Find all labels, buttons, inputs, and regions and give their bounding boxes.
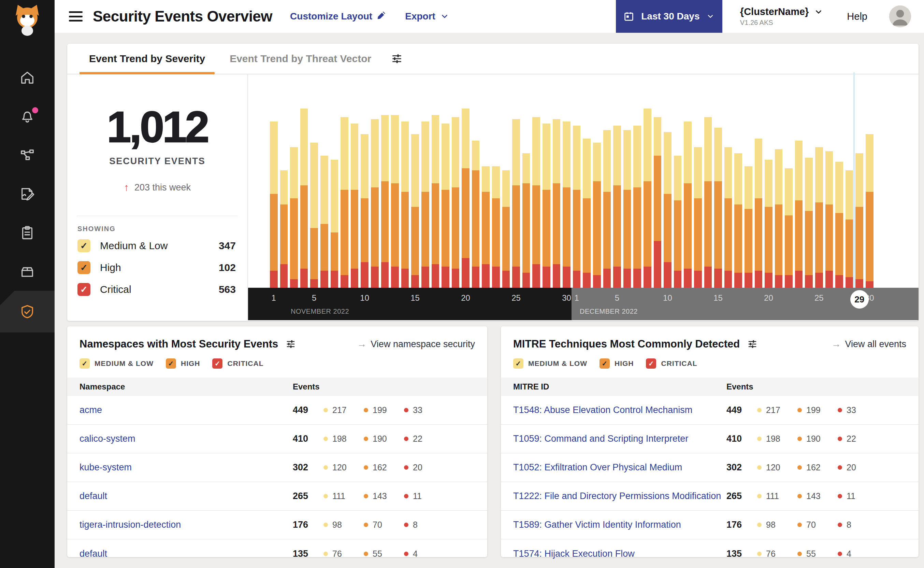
- filter-critical[interactable]: ✓CRITICAL: [646, 358, 697, 369]
- checkbox-medium_low[interactable]: ✓: [80, 358, 90, 369]
- tab-event-trend-by-severity[interactable]: Event Trend by Severity: [77, 44, 217, 74]
- bar-dec-16[interactable]: [724, 147, 732, 288]
- bar-dec-27[interactable]: [835, 162, 843, 288]
- bar-nov-4[interactable]: [300, 109, 308, 288]
- legend-critical[interactable]: ✓Critical563: [67, 278, 247, 301]
- filter-medium_low[interactable]: ✓MEDIUM & LOW: [80, 358, 154, 369]
- bar-dec-24[interactable]: [805, 158, 813, 288]
- bar-dec-2[interactable]: [583, 139, 591, 288]
- bar-dec-18[interactable]: [745, 166, 752, 288]
- bar-dec-21[interactable]: [775, 149, 783, 288]
- customize-layout-button[interactable]: Customize Layout: [290, 11, 387, 22]
- bar-dec-14[interactable]: [704, 117, 712, 288]
- bar-dec-4[interactable]: [603, 130, 611, 288]
- bar-dec-25[interactable]: [815, 147, 823, 288]
- bar-nov-11[interactable]: [371, 119, 379, 288]
- menu-icon[interactable]: [69, 11, 83, 21]
- bar-dec-3[interactable]: [593, 143, 601, 288]
- bar-nov-21[interactable]: [472, 140, 480, 288]
- bar-nov-22[interactable]: [482, 166, 490, 288]
- row-link[interactable]: T1059: Command and Scripting Interpreter: [513, 434, 727, 444]
- row-link[interactable]: T1574: Hijack Execution Flow: [513, 548, 727, 559]
- bar-dec-20[interactable]: [765, 160, 772, 288]
- bar-nov-12[interactable]: [381, 115, 389, 288]
- date-range-button[interactable]: Last 30 Days: [616, 0, 722, 33]
- cluster-selector[interactable]: {ClusterName} V1.26 AKS: [740, 6, 823, 27]
- checkbox-high[interactable]: ✓: [600, 358, 610, 369]
- bar-dec-6[interactable]: [623, 130, 631, 288]
- checkbox-medium_low[interactable]: ✓: [77, 239, 90, 252]
- bar-nov-8[interactable]: [341, 117, 348, 288]
- help-link[interactable]: Help: [847, 11, 867, 22]
- sidebar-item-policies[interactable]: [0, 175, 54, 213]
- bar-nov-5[interactable]: [310, 143, 318, 288]
- calico-logo[interactable]: [11, 3, 44, 36]
- bar-nov-26[interactable]: [522, 153, 530, 288]
- bar-dec-29[interactable]: [855, 153, 863, 288]
- bar-dec-19[interactable]: [755, 139, 763, 288]
- bar-dec-22[interactable]: [785, 168, 793, 288]
- bar-nov-28[interactable]: [543, 124, 550, 288]
- mitre-filter-sliders-icon[interactable]: [747, 339, 758, 349]
- filter-high[interactable]: ✓HIGH: [600, 358, 634, 369]
- chart-filter-sliders-icon[interactable]: [391, 53, 402, 65]
- sidebar-item-service-graph[interactable]: [0, 136, 54, 174]
- bar-nov-19[interactable]: [452, 117, 460, 288]
- bar-nov-25[interactable]: [512, 119, 520, 288]
- row-link[interactable]: calico-system: [80, 434, 293, 444]
- namespaces-filter-sliders-icon[interactable]: [286, 339, 296, 349]
- bar-nov-13[interactable]: [391, 115, 399, 288]
- sidebar-item-workloads[interactable]: [0, 252, 54, 291]
- row-link[interactable]: T1548: Abuse Elevation Control Mechanism: [513, 405, 727, 415]
- row-link[interactable]: T1222: File and Directory Permissions Mo…: [513, 491, 727, 502]
- checkbox-critical[interactable]: ✓: [77, 283, 90, 296]
- bar-dec-30[interactable]: [866, 134, 873, 288]
- bar-nov-1[interactable]: [270, 121, 278, 288]
- checkbox-medium_low[interactable]: ✓: [513, 358, 523, 369]
- checkbox-high[interactable]: ✓: [166, 358, 176, 369]
- bar-dec-5[interactable]: [613, 125, 621, 288]
- bar-nov-27[interactable]: [532, 117, 540, 288]
- bar-dec-17[interactable]: [734, 153, 742, 288]
- bar-nov-20[interactable]: [462, 109, 469, 288]
- bar-dec-12[interactable]: [684, 121, 692, 288]
- bar-nov-14[interactable]: [401, 121, 409, 288]
- sidebar-item-compliance[interactable]: [0, 214, 54, 252]
- checkbox-critical[interactable]: ✓: [646, 358, 656, 369]
- filter-medium_low[interactable]: ✓MEDIUM & LOW: [513, 358, 587, 369]
- bar-dec-8[interactable]: [644, 109, 651, 288]
- legend-medium_low[interactable]: ✓Medium & Low347: [67, 235, 247, 257]
- bar-dec-10[interactable]: [664, 132, 671, 288]
- bar-dec-7[interactable]: [633, 125, 641, 288]
- checkbox-high[interactable]: ✓: [77, 261, 90, 274]
- bar-nov-3[interactable]: [290, 147, 298, 288]
- bar-dec-13[interactable]: [694, 147, 702, 288]
- bar-dec-15[interactable]: [714, 128, 722, 288]
- export-button[interactable]: Export: [405, 11, 449, 22]
- filter-high[interactable]: ✓HIGH: [166, 358, 200, 369]
- bar-nov-7[interactable]: [331, 160, 339, 288]
- filter-critical[interactable]: ✓CRITICAL: [212, 358, 264, 369]
- sidebar-item-alerts[interactable]: [0, 97, 54, 135]
- sidebar-item-security-events[interactable]: [0, 291, 54, 332]
- bar-dec-1[interactable]: [573, 125, 581, 288]
- row-link[interactable]: tigera-intrusion-detection: [80, 520, 293, 530]
- bar-nov-10[interactable]: [361, 134, 368, 288]
- bar-dec-9[interactable]: [654, 117, 662, 288]
- row-link[interactable]: T1589: Gather Victim Identity Informatio…: [513, 520, 727, 530]
- view-all-events-link[interactable]: → View all events: [831, 338, 906, 349]
- bar-nov-15[interactable]: [411, 134, 419, 288]
- bar-dec-26[interactable]: [825, 151, 833, 288]
- view-namespace-security-link[interactable]: → View namespace security: [357, 338, 475, 349]
- bar-nov-29[interactable]: [553, 119, 561, 288]
- user-avatar[interactable]: [889, 6, 911, 27]
- checkbox-critical[interactable]: ✓: [212, 358, 223, 369]
- row-link[interactable]: default: [80, 491, 293, 502]
- legend-high[interactable]: ✓High102: [67, 257, 247, 278]
- row-link[interactable]: acme: [80, 405, 293, 415]
- bar-nov-23[interactable]: [492, 166, 500, 288]
- bar-nov-17[interactable]: [432, 115, 440, 288]
- bar-nov-30[interactable]: [563, 121, 570, 288]
- bar-nov-18[interactable]: [442, 124, 449, 288]
- bar-nov-6[interactable]: [320, 156, 328, 288]
